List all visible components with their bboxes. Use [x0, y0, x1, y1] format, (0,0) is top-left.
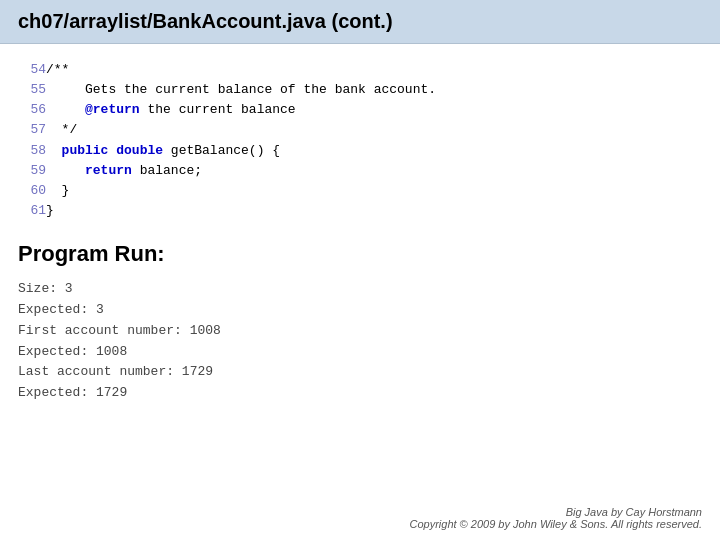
code-content: Gets the current balance of the bank acc…: [46, 80, 436, 100]
footer: Big Java by Cay Horstmann Copyright © 20…: [409, 506, 702, 530]
kw-public: public: [62, 143, 109, 158]
code-row-60: 60 }: [18, 181, 436, 201]
program-output: Size: 3 Expected: 3 First account number…: [18, 279, 702, 404]
line-number: 59: [18, 161, 46, 181]
output-line-2: Expected: 3: [18, 300, 702, 321]
line-number: 61: [18, 201, 46, 221]
line-number: 57: [18, 120, 46, 140]
code-content: }: [46, 201, 436, 221]
code-row-57: 57 */: [18, 120, 436, 140]
footer-line1: Big Java by Cay Horstmann: [409, 506, 702, 518]
footer-line2: Copyright © 2009 by John Wiley & Sons. A…: [409, 518, 702, 530]
kw-return: return: [85, 163, 132, 178]
code-row-56: 56 @return the current balance: [18, 100, 436, 120]
code-content: return balance;: [46, 161, 436, 181]
code-content: @return the current balance: [46, 100, 436, 120]
kw-double: double: [116, 143, 163, 158]
code-row-58: 58 public double getBalance() {: [18, 141, 436, 161]
output-line-1: Size: 3: [18, 279, 702, 300]
code-row-55: 55 Gets the current balance of the bank …: [18, 80, 436, 100]
code-content: public double getBalance() {: [46, 141, 436, 161]
line-number: 56: [18, 100, 46, 120]
output-line-5: Last account number: 1729: [18, 362, 702, 383]
code-content: /**: [46, 60, 436, 80]
page-header: ch07/arraylist/BankAccount.java (cont.): [0, 0, 720, 44]
code-block: 54 /** 55 Gets the current balance of th…: [18, 60, 702, 221]
output-line-6: Expected: 1729: [18, 383, 702, 404]
code-row-54: 54 /**: [18, 60, 436, 80]
output-line-3: First account number: 1008: [18, 321, 702, 342]
output-line-4: Expected: 1008: [18, 342, 702, 363]
line-number: 54: [18, 60, 46, 80]
code-content: }: [46, 181, 436, 201]
line-number: 60: [18, 181, 46, 201]
code-table: 54 /** 55 Gets the current balance of th…: [18, 60, 436, 221]
line-number: 58: [18, 141, 46, 161]
program-run-title: Program Run:: [18, 241, 702, 267]
code-content: */: [46, 120, 436, 140]
page-title: ch07/arraylist/BankAccount.java (cont.): [18, 10, 702, 33]
code-row-59: 59 return balance;: [18, 161, 436, 181]
main-content: 54 /** 55 Gets the current balance of th…: [0, 44, 720, 420]
code-row-61: 61 }: [18, 201, 436, 221]
keyword-return: @return: [85, 102, 140, 117]
line-number: 55: [18, 80, 46, 100]
